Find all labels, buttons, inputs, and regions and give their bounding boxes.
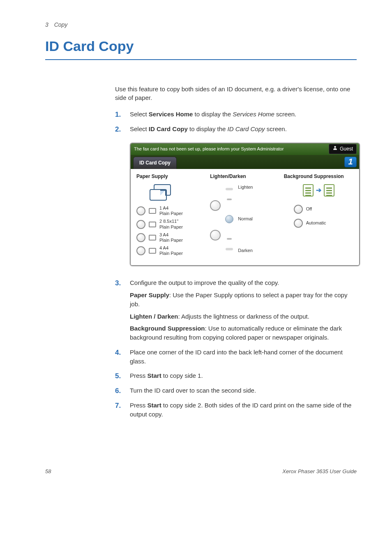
tab-id-card-copy[interactable]: ID Card Copy [133,157,177,169]
tray-mini-icon [149,208,156,214]
darken-label: Darken [238,247,253,254]
device-screenshot: The fax card has not been set up, please… [130,143,360,266]
tray-mini-icon [149,235,156,240]
tray-mini-icon [149,248,156,254]
running-head: 3 Copy [45,21,357,29]
bg-suppress-automatic[interactable]: Automatic [294,219,353,228]
page-footer: 58 Xerox Phaser 3635 User Guide [45,468,357,476]
paper-tray-option-2[interactable]: 2 8.5x11"Plain Paper [136,219,206,229]
section-name: Copy [54,21,68,28]
lighten-darken-column: Lighten/Darken [210,173,279,259]
paper-tray-icon [150,184,171,202]
arrow-right-icon: ➔ [316,185,321,195]
guest-badge[interactable]: Guest [329,144,357,154]
lighten-darken-slider[interactable] [225,188,234,250]
background-suppression-column: Background Suppression ➔ Off [284,173,353,259]
paper-tray-option-1[interactable]: 1 A4Plain Paper [136,206,206,216]
radio-icon [136,220,145,229]
paper-supply-heading: Paper Supply [136,173,206,180]
tray-mini-icon [149,222,156,227]
book-title: Xerox Phaser 3635 User Guide [282,468,357,476]
page-number: 58 [45,468,51,476]
step-7: Press Start to copy side 2. Both sides o… [115,401,357,419]
step-6: Turn the ID card over to scan the second… [115,386,357,395]
paper-tray-option-4[interactable]: 4 A4Plain Paper [136,245,206,256]
svg-point-0 [334,146,336,148]
step-3: Configure the output to improve the qual… [115,278,357,342]
intro-paragraph: Use this feature to copy both sides of a… [115,85,357,103]
lighten-darken-heading: Lighten/Darken [210,173,279,180]
user-icon [332,145,338,153]
status-message: The fax card has not been set up, please… [134,146,284,153]
step-4: Place one corner of the ID card into the… [115,348,357,366]
guest-label: Guest [340,146,353,153]
slider-knob-icon [225,215,233,223]
page-title: ID Card Copy [45,36,357,60]
chapter-number: 3 [45,21,48,28]
bg-suppress-off[interactable]: Off [294,205,353,214]
radio-icon [136,246,145,255]
normal-label: Normal [238,216,253,222]
background-suppression-heading: Background Suppression [284,173,353,180]
radio-icon [136,233,145,242]
lighten-button[interactable] [210,200,221,211]
lighten-label: Lighten [238,184,253,191]
radio-icon [294,219,303,228]
quantity-badge: 1 [344,157,357,167]
darken-button[interactable] [210,230,221,240]
radio-icon [136,206,145,215]
background-suppression-icon: ➔ [284,184,353,197]
step-2: Select ID Card Copy to display the ID Ca… [115,125,357,266]
paper-supply-column: Paper Supply 1 A4Plain Paper [136,173,206,259]
paper-tray-option-3[interactable]: 3 A4Plain Paper [136,232,206,243]
radio-icon [294,205,303,214]
step-1: Select Services Home to display the Serv… [115,110,357,119]
step-5: Press Start to copy side 1. [115,371,357,380]
